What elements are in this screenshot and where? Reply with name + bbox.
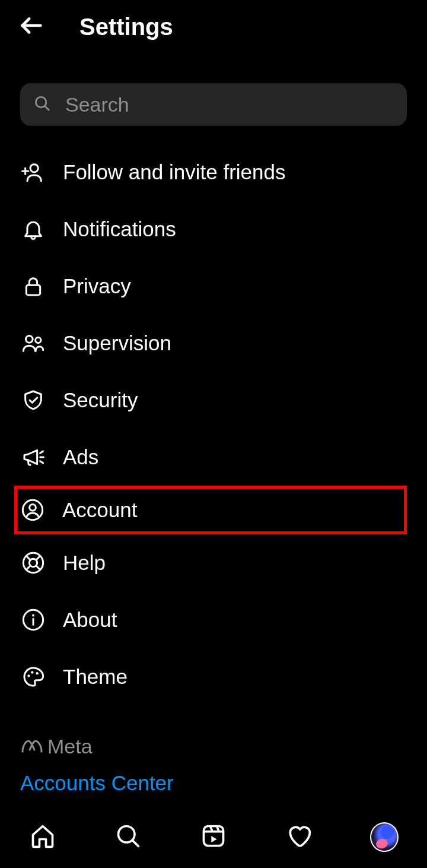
nav-profile[interactable] [370, 823, 399, 851]
svg-line-27 [132, 840, 138, 846]
back-arrow-icon[interactable] [18, 12, 45, 42]
shield-check-icon [20, 387, 46, 413]
svg-point-13 [30, 505, 36, 511]
svg-point-22 [32, 614, 34, 617]
people-icon [20, 330, 46, 356]
megaphone-icon [20, 444, 46, 470]
avatar [370, 822, 399, 852]
heart-icon [286, 823, 312, 851]
home-icon [30, 823, 56, 851]
svg-marker-32 [211, 836, 216, 842]
header: Settings [0, 0, 427, 53]
menu-item-about[interactable]: About [20, 591, 407, 648]
menu-item-label: About [63, 608, 117, 632]
accounts-center-link[interactable]: Accounts Center [20, 771, 407, 795]
footer-section: Meta Accounts Center [0, 735, 427, 795]
lock-icon [20, 273, 46, 299]
svg-line-2 [45, 106, 49, 110]
menu-item-label: Notifications [63, 217, 176, 241]
menu-item-theme[interactable]: Theme [20, 648, 407, 705]
menu-item-label: Supervision [63, 331, 171, 355]
nav-search[interactable] [114, 823, 142, 851]
settings-menu: Follow and invite friends Notifications … [0, 144, 427, 705]
svg-line-17 [36, 556, 41, 560]
menu-item-label: Follow and invite friends [63, 160, 285, 184]
palette-icon [20, 664, 46, 690]
menu-item-follow-invite[interactable]: Follow and invite friends [20, 144, 407, 201]
menu-item-ads[interactable]: Ads [20, 429, 407, 486]
search-icon [115, 823, 141, 851]
svg-line-18 [26, 566, 31, 571]
menu-item-security[interactable]: Security [20, 372, 407, 429]
menu-item-label: Account [62, 498, 137, 522]
search-input[interactable] [65, 93, 394, 116]
svg-point-3 [30, 164, 38, 172]
search-bar[interactable] [20, 83, 407, 126]
svg-point-7 [26, 336, 33, 343]
account-circle-icon [20, 497, 46, 523]
page-title: Settings [79, 14, 173, 40]
menu-item-label: Security [63, 388, 138, 412]
bottom-nav [0, 805, 427, 868]
meta-logo: Meta [20, 735, 407, 758]
info-icon [20, 607, 46, 633]
svg-point-25 [36, 672, 39, 674]
svg-point-23 [27, 674, 30, 677]
menu-item-label: Ads [63, 445, 98, 469]
person-add-icon [20, 159, 46, 185]
nav-home[interactable] [28, 823, 57, 851]
menu-item-notifications[interactable]: Notifications [20, 201, 407, 258]
nav-activity[interactable] [285, 823, 313, 851]
svg-rect-28 [204, 826, 224, 845]
search-icon [33, 94, 51, 115]
svg-line-11 [40, 461, 43, 463]
svg-point-15 [29, 559, 37, 566]
svg-line-16 [26, 556, 31, 560]
reels-icon [200, 823, 227, 851]
menu-item-account[interactable]: Account [14, 486, 407, 534]
menu-item-help[interactable]: Help [20, 534, 407, 591]
meta-label: Meta [47, 735, 93, 758]
menu-item-supervision[interactable]: Supervision [20, 315, 407, 372]
svg-point-8 [36, 337, 41, 343]
menu-item-label: Theme [63, 665, 128, 689]
svg-point-24 [31, 671, 33, 673]
lifebuoy-icon [20, 550, 46, 576]
menu-item-privacy[interactable]: Privacy [20, 258, 407, 315]
svg-line-19 [36, 566, 41, 571]
menu-item-label: Help [63, 551, 106, 575]
svg-rect-6 [26, 285, 40, 295]
svg-line-9 [40, 451, 43, 453]
bell-icon [20, 216, 46, 242]
nav-reels[interactable] [199, 823, 228, 851]
menu-item-label: Privacy [63, 274, 131, 298]
